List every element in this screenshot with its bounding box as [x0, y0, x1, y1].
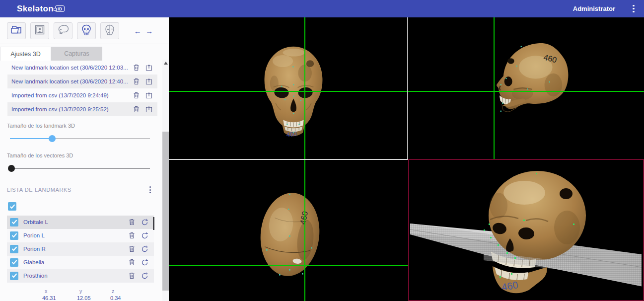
landmark-list-header: LISTA DE LANDMARKS — [7, 185, 154, 194]
load-set-button[interactable] — [143, 76, 155, 86]
delete-set-button[interactable] — [130, 104, 143, 114]
load-set-button[interactable] — [143, 63, 155, 73]
delete-set-button[interactable] — [130, 90, 143, 100]
slider-thumb[interactable] — [8, 165, 15, 172]
reset-landmark-button[interactable] — [138, 244, 151, 254]
delete-landmark-button[interactable] — [125, 257, 138, 267]
landmark-list: Orbitale L Porion L Porion R Glabella — [0, 216, 169, 283]
tab-capturas[interactable]: Capturas — [51, 47, 102, 61]
viewport-superior[interactable]: 460 — [169, 160, 408, 301]
landmark-set-label: New landmark location set (30/6/2020 12:… — [11, 78, 130, 84]
landmark-row[interactable]: Orbitale L — [7, 216, 154, 229]
skull-front-button[interactable] — [77, 22, 96, 39]
trash-icon — [129, 232, 135, 239]
skull-profile-icon — [57, 24, 69, 37]
crosshair-vertical — [494, 17, 495, 159]
trash-icon — [129, 219, 135, 226]
crosshair-horizontal — [169, 91, 407, 92]
trash-icon — [129, 245, 135, 252]
reset-landmark-button[interactable] — [138, 271, 151, 281]
landmark-sets-list: New landmark location set (30/6/2020 12:… — [0, 61, 169, 116]
crosshair-vertical — [304, 160, 305, 301]
landmark-label: Orbitale L — [23, 219, 125, 225]
half-face-icon — [105, 24, 115, 38]
skull-lateral-render: 460 — [483, 38, 571, 132]
brand-id-badge: ID — [55, 5, 65, 12]
landmark-row[interactable]: Porion R — [7, 242, 154, 256]
vector-size-slider[interactable] — [10, 168, 150, 169]
panel-resize-control[interactable]: ← → — [134, 27, 154, 35]
scroll-up-arrow[interactable] — [164, 62, 168, 65]
reset-landmark-button[interactable] — [138, 257, 151, 267]
slider-thumb[interactable] — [49, 135, 56, 142]
landmark-set-label: Imported from csv (13/7/2020 9:25:52) — [11, 106, 130, 112]
app-logo[interactable]: Skelǝton ID — [17, 4, 65, 14]
coord-value-z: 0.34 — [110, 295, 121, 301]
viewport-lateral[interactable]: 460 — [408, 17, 644, 160]
landmark-checkbox[interactable] — [10, 231, 18, 240]
export-up-icon — [145, 92, 152, 99]
landmark-set-row[interactable]: New landmark location set (30/6/2020 12:… — [7, 75, 157, 88]
landmark-list-menu-icon[interactable] — [146, 185, 154, 194]
coord-value-x: 46.31 — [42, 295, 56, 301]
landmark-checkbox[interactable] — [10, 258, 18, 267]
crosshair-horizontal — [408, 91, 644, 92]
face-overlay-button[interactable] — [100, 22, 119, 39]
landmark-checkbox[interactable] — [10, 218, 18, 226]
reset-landmark-button[interactable] — [138, 230, 151, 240]
photo-view-button[interactable] — [30, 22, 49, 39]
coord-header-z: z — [112, 288, 114, 294]
viewport-grid: 460 — [169, 17, 644, 301]
delete-set-button[interactable] — [130, 76, 143, 86]
landmark-checkbox[interactable] — [10, 272, 18, 280]
landmark-checkbox[interactable] — [10, 245, 18, 253]
overflow-menu-icon[interactable] — [629, 4, 638, 13]
landmark-row[interactable]: Prosthion — [7, 269, 154, 283]
landmark-set-row[interactable]: Imported from csv (13/7/2020 9:25:52) — [7, 102, 157, 116]
crosshair-vertical — [304, 17, 305, 159]
skull-id-marking: 460 — [286, 130, 297, 138]
sidebar: ← → Ajustes 3D Capturas New landmark loc… — [0, 17, 169, 301]
reset-landmark-button[interactable] — [138, 217, 151, 227]
load-set-button[interactable] — [143, 90, 155, 100]
portrait-photo-icon — [34, 24, 45, 37]
landmark-set-label: New landmark location set (30/6/2020 12:… — [11, 65, 130, 71]
delete-landmark-button[interactable] — [125, 230, 138, 240]
landmark-row[interactable]: Porion L — [7, 229, 154, 242]
delete-landmark-button[interactable] — [125, 244, 138, 254]
open-project-button[interactable] — [7, 22, 26, 39]
landmark-label: Porion L — [23, 232, 125, 238]
landmark-set-row[interactable]: Imported from csv (13/7/2020 9:24:49) — [7, 88, 157, 102]
landmark-size-slider[interactable] — [10, 138, 150, 139]
trash-icon — [133, 78, 140, 85]
tab-ajustes-3d[interactable]: Ajustes 3D — [0, 47, 51, 61]
delete-landmark-button[interactable] — [125, 217, 138, 227]
viewport-3d-perspective[interactable]: 460 — [408, 160, 644, 301]
trash-icon — [129, 259, 135, 266]
check-icon — [11, 260, 17, 265]
select-all-checkbox[interactable] — [8, 202, 16, 211]
sidebar-toolbar: ← → — [0, 17, 169, 44]
load-set-button[interactable] — [143, 104, 155, 114]
landmark-set-row[interactable]: New landmark location set (30/6/2020 12:… — [7, 61, 157, 75]
check-icon — [11, 233, 17, 238]
delete-landmark-button[interactable] — [125, 271, 138, 281]
export-up-icon — [145, 64, 152, 71]
app-header: Skelǝton ID Administrator — [0, 0, 644, 17]
user-menu[interactable]: Administrator — [573, 5, 615, 12]
delete-set-button[interactable] — [130, 63, 143, 73]
viewport-frontal[interactable]: 460 — [169, 17, 408, 160]
landmark-row[interactable]: Glabella — [7, 256, 154, 269]
skull-front-icon — [81, 24, 91, 38]
rotate-reset-icon — [141, 245, 148, 253]
export-up-icon — [145, 78, 152, 85]
skull-profile-button[interactable] — [54, 22, 72, 39]
sidebar-scrollbar-thumb[interactable] — [162, 132, 169, 291]
rotate-reset-icon — [141, 259, 148, 266]
trash-icon — [133, 92, 140, 99]
check-icon — [11, 220, 17, 225]
brand-text: Skelǝton — [17, 4, 54, 14]
landmark-list-scrollbar-thumb[interactable] — [153, 217, 154, 230]
open-folder-icon — [10, 25, 22, 37]
landmark-label: Porion R — [23, 246, 125, 252]
